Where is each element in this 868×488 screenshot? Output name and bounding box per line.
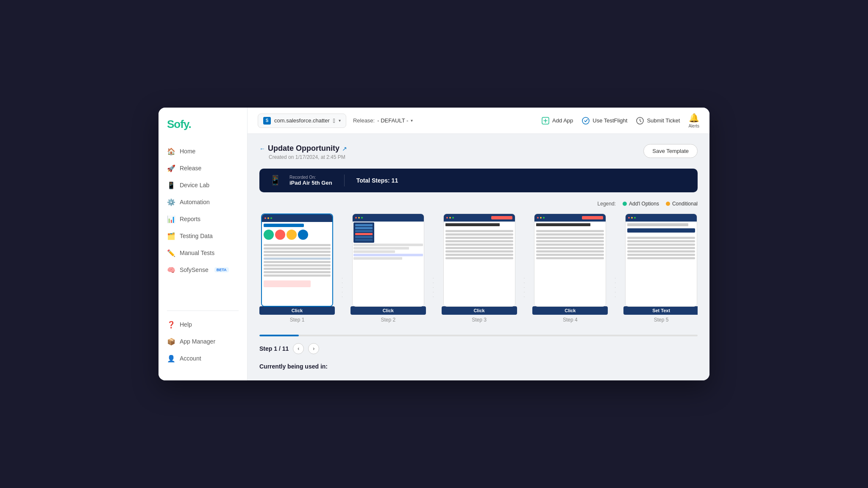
sidebar-item-help[interactable]: ❓ Help <box>159 316 247 333</box>
device-info: Recorded On: iPad Air 5th Gen <box>289 175 332 186</box>
add-app-label: Add App <box>552 117 573 124</box>
release-arrow: ▾ <box>411 118 413 123</box>
bell-icon: 🔔 <box>689 113 699 123</box>
progress-bar-fill <box>259 335 299 336</box>
step-card-1[interactable]: Click Step 1 <box>259 214 335 323</box>
sidebar-item-account[interactable]: 👤 Account <box>159 350 247 367</box>
app-manager-icon: 📦 <box>167 337 175 346</box>
used-in-section: Currently being used in: <box>259 363 698 370</box>
external-link-icon[interactable]: ↗ <box>342 145 347 152</box>
home-icon: 🏠 <box>167 147 175 155</box>
step-2-label: Step 2 <box>381 317 395 323</box>
breadcrumb: ← Update Opportunity ↗ <box>259 144 347 153</box>
legend-conditional: Conditional <box>666 201 698 207</box>
recorded-on-label: Recorded On: <box>289 175 332 180</box>
step-card-3[interactable]: Click Step 3 <box>442 214 517 323</box>
submit-ticket-button[interactable]: Submit Ticket <box>636 116 680 125</box>
sidebar: Sofy. 🏠 Home 🚀 Release 📱 Device Lab ⚙️ A… <box>159 108 248 380</box>
step-navigation: Step 1 / 11 ‹ › <box>259 343 698 354</box>
help-icon: ❓ <box>167 320 175 329</box>
addl-options-label: Add'l Options <box>629 201 659 207</box>
step-current: Step 1 / 11 <box>259 345 289 352</box>
sidebar-item-automation[interactable]: ⚙️ Automation <box>159 194 247 211</box>
manual-tests-icon: ✏️ <box>167 249 175 257</box>
release-selector[interactable]: Release: - DEFAULT - ▾ <box>353 117 413 124</box>
salesforce-icon: S <box>263 117 271 125</box>
step-connector-4: · · · · · <box>615 214 617 323</box>
page-header: ← Update Opportunity ↗ Created on 1/17/2… <box>259 144 698 160</box>
testing-data-icon: 🗂️ <box>167 232 175 240</box>
sidebar-item-sofysense[interactable]: 🧠 SofySense BETA <box>159 261 247 278</box>
app-selector-arrow: ▾ <box>339 118 341 123</box>
step-screen-5 <box>625 214 697 307</box>
testflight-icon <box>581 116 590 125</box>
step-4-action: Click <box>532 306 608 315</box>
back-button[interactable]: ← <box>259 145 265 152</box>
progress-section <box>259 335 698 336</box>
add-app-button[interactable]: Add App <box>541 116 573 125</box>
step-3-action: Click <box>442 306 517 315</box>
legend-addl-options: Add'l Options <box>623 201 659 207</box>
device-lab-icon: 📱 <box>167 181 175 189</box>
use-testflight-button[interactable]: Use TestFlight <box>581 116 627 125</box>
sidebar-item-label: Testing Data <box>180 233 213 239</box>
conditional-label: Conditional <box>672 201 698 207</box>
sidebar-item-manual-tests[interactable]: ✏️ Manual Tests <box>159 244 247 261</box>
sidebar-item-release[interactable]: 🚀 Release <box>159 160 247 177</box>
step-card-5[interactable]: Set Text Step 5 <box>623 214 698 323</box>
sidebar-item-label: Reports <box>180 216 200 222</box>
release-icon: 🚀 <box>167 164 175 172</box>
alerts-button[interactable]: 🔔 Alerts <box>688 113 699 128</box>
step-4-label: Step 4 <box>563 317 578 323</box>
page-title: Update Opportunity <box>268 144 339 153</box>
sidebar-item-device-lab[interactable]: 📱 Device Lab <box>159 177 247 194</box>
step-3-label: Step 3 <box>472 317 487 323</box>
reports-icon: 📊 <box>167 215 175 223</box>
main-content: S com.salesforce.chatter  ▾ Release: - … <box>248 108 709 380</box>
addl-options-dot <box>623 202 627 206</box>
step-5-label: Step 5 <box>654 317 669 323</box>
sidebar-item-home[interactable]: 🏠 Home <box>159 143 247 160</box>
step-connector-3: · · · · · <box>524 214 526 323</box>
sidebar-item-label: Automation <box>180 199 210 205</box>
step-card-2[interactable]: Click Step 2 <box>351 214 426 323</box>
sidebar-item-label: Manual Tests <box>180 250 214 256</box>
sidebar-item-label: Help <box>180 321 192 328</box>
apple-icon:  <box>333 117 335 124</box>
release-label: Release: <box>353 117 375 124</box>
legend-row: Legend: Add'l Options Conditional <box>259 201 698 207</box>
used-in-title: Currently being used in: <box>259 363 328 370</box>
step-connector-1: · · · · · <box>342 214 344 323</box>
sidebar-item-app-manager[interactable]: 📦 App Manager <box>159 333 247 350</box>
sidebar-item-label: Home <box>180 148 195 155</box>
sidebar-item-reports[interactable]: 📊 Reports <box>159 211 247 227</box>
device-bar: 📱 Recorded On: iPad Air 5th Gen Total St… <box>259 169 698 192</box>
conditional-dot <box>666 202 670 206</box>
alerts-label: Alerts <box>688 124 699 128</box>
save-template-button[interactable]: Save Template <box>643 144 698 158</box>
nav-bottom: ❓ Help 📦 App Manager 👤 Account <box>159 316 247 370</box>
page-subtitle: Created on 1/17/2024, at 2:45 PM <box>269 154 347 160</box>
ticket-icon <box>636 116 644 125</box>
add-app-icon <box>541 116 550 125</box>
app-selector[interactable]: S com.salesforce.chatter  ▾ <box>258 114 346 128</box>
topbar-right: Add App Use TestFlight Submit Ticket 🔔 <box>541 113 699 128</box>
step-card-4[interactable]: Click Step 4 <box>532 214 608 323</box>
sidebar-item-label: App Manager <box>180 338 215 345</box>
step-connector-2: · · · · · <box>433 214 435 323</box>
progress-bar-track <box>259 335 698 336</box>
step-prev-button[interactable]: ‹ <box>293 343 304 354</box>
topbar: S com.salesforce.chatter  ▾ Release: - … <box>248 108 709 134</box>
step-next-button[interactable]: › <box>308 343 319 354</box>
page-content: ← Update Opportunity ↗ Created on 1/17/2… <box>248 134 709 380</box>
sidebar-item-label: Release <box>180 165 201 172</box>
beta-badge: BETA <box>214 267 229 272</box>
total-steps: Total Steps: 11 <box>356 177 398 184</box>
sofysense-icon: 🧠 <box>167 266 175 274</box>
logo: Sofy. <box>159 118 247 143</box>
step-1-label: Step 1 <box>290 317 305 323</box>
step-screen-2 <box>352 214 424 307</box>
sidebar-item-testing-data[interactable]: 🗂️ Testing Data <box>159 227 247 244</box>
release-value: - DEFAULT - <box>377 117 408 124</box>
sidebar-item-label: SofySense <box>180 266 209 273</box>
